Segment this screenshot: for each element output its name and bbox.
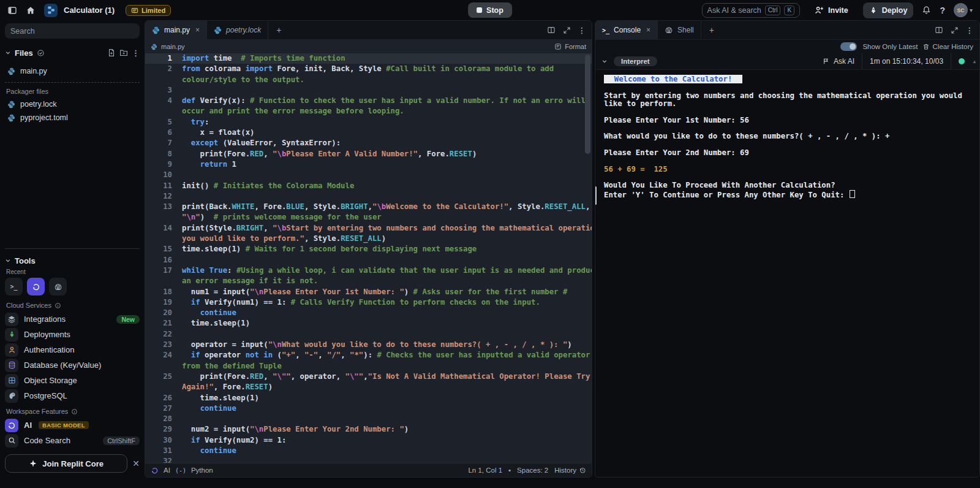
indentation-setting[interactable]: Spaces: 2 <box>517 467 548 474</box>
deploy-button[interactable]: Deploy <box>863 2 914 18</box>
cloud-service-integrations[interactable]: IntegrationsNew <box>5 311 140 327</box>
status-ai-label[interactable]: AI <box>164 467 170 474</box>
show-only-latest-toggle[interactable] <box>840 42 857 51</box>
code-line[interactable]: an error message if it is not. <box>145 276 592 286</box>
cloud-service-postgresql[interactable]: PostgreSQL <box>5 388 140 403</box>
workspace-feature-ai[interactable]: AIBASIC MODEL <box>5 417 140 433</box>
code-line[interactable]: Again!", Fore.RESET) <box>145 382 592 392</box>
code-line[interactable]: 30 if Verify(num2) == 1: <box>145 435 592 446</box>
code-line[interactable]: 11init() # Initiates the Colorama Module <box>145 181 592 191</box>
split-pane-icon[interactable] <box>547 26 556 34</box>
collapse-chevron-down-icon[interactable] <box>601 58 608 64</box>
code-line[interactable]: 28 <box>145 414 592 424</box>
home-icon[interactable] <box>26 6 36 15</box>
cursor-position[interactable]: Ln 1, Col 1 <box>468 467 502 474</box>
code-line[interactable]: 7 except (ValueError, SyntaxError): <box>145 138 592 148</box>
new-console-tab-button[interactable]: + <box>701 21 722 39</box>
files-section-header[interactable]: Files ⋮ <box>5 46 140 59</box>
console-tab-Console[interactable]: >_Console× <box>595 21 658 40</box>
recent-tool-terminal-icon[interactable]: >_ <box>5 278 23 295</box>
sidebar-search-input[interactable]: Search <box>5 23 140 39</box>
code-line[interactable]: 32 <box>145 456 592 463</box>
code-line[interactable]: 13print(Back.WHITE, Fore.BLUE, Style.BRI… <box>145 202 592 212</box>
cloud-service-database-key-value-[interactable]: Database (Key/Value) <box>5 357 140 373</box>
cloud-service-authentication[interactable]: Authentication <box>5 342 140 357</box>
sidebar-toggle-icon[interactable] <box>7 6 17 15</box>
new-editor-tab-button[interactable]: + <box>268 21 289 39</box>
ask-ai-search-input[interactable]: Ask AI & search Ctrl K <box>702 3 800 18</box>
code-line[interactable]: 12 <box>145 191 592 202</box>
code-line[interactable]: 5 try: <box>145 117 592 128</box>
panel-resize-handle[interactable] <box>595 186 597 205</box>
new-file-icon[interactable] <box>107 48 116 57</box>
tools-chevron-down-icon[interactable] <box>5 257 11 264</box>
files-kebab-menu-icon[interactable]: ⋮ <box>132 48 140 58</box>
file-item[interactable]: poetry.lock <box>5 97 140 111</box>
code-line[interactable]: 15time.sleep(1) # Waits for 1 second bef… <box>145 244 592 254</box>
recent-tool-shell-icon[interactable] <box>49 278 67 295</box>
code-line[interactable]: 17while True: #Using a while loop, i can… <box>145 265 592 276</box>
dismiss-join-core-icon[interactable]: ✕ <box>132 459 140 468</box>
editor-tab-main-py[interactable]: main.py× <box>145 21 207 40</box>
join-replit-core-button[interactable]: Join Replit Core <box>5 454 127 473</box>
run-timestamp[interactable]: 1m on 15:10:34, 10/03 <box>862 53 951 69</box>
files-chevron-down-icon[interactable] <box>5 50 11 56</box>
code-line[interactable]: you would like to perform.", Style.RESET… <box>145 234 592 244</box>
editor-scrollbar-thumb[interactable] <box>585 55 590 154</box>
history-button[interactable]: History <box>554 467 586 474</box>
code-line[interactable]: occur and print the error message before… <box>145 106 592 116</box>
replit-logo[interactable] <box>44 4 58 17</box>
code-line[interactable]: 18 num1 = input("\nPlease Enter Your 1st… <box>145 287 592 297</box>
code-line[interactable]: 22 <box>145 329 592 340</box>
code-line[interactable]: 31 continue <box>145 446 592 456</box>
editor-tab-poetry-lock[interactable]: poetry.lock <box>207 21 268 39</box>
split-pane-icon[interactable] <box>935 26 943 34</box>
code-line[interactable]: 9 return 1 <box>145 159 592 170</box>
breadcrumb-filename[interactable]: main.py <box>161 43 185 50</box>
help-icon[interactable]: ? <box>940 6 945 15</box>
interpret-pill[interactable]: Interpret <box>614 56 657 66</box>
code-line[interactable]: 26 time.sleep(1) <box>145 393 592 403</box>
workspace-feature-code-search[interactable]: Code SearchCtrlShiftF <box>5 433 140 448</box>
code-line[interactable]: 19 if Verify(num1) == 1: # Calls Verify … <box>145 297 592 308</box>
code-line[interactable]: colour/style to the output. <box>145 75 592 85</box>
console-kebab-menu-icon[interactable]: ⋮ <box>966 26 974 35</box>
code-line[interactable]: "\n") # prints welcome message for the u… <box>145 212 592 223</box>
code-line[interactable]: 10 <box>145 170 592 180</box>
ask-ai-button[interactable]: Ask AI <box>815 53 862 69</box>
account-chevron-down-icon[interactable]: ▾ <box>970 7 973 13</box>
limited-badge[interactable]: Limited <box>126 5 171 16</box>
code-line[interactable]: 6 x = float(x) <box>145 128 592 138</box>
repl-title[interactable]: Calculator (1) <box>64 6 115 15</box>
maximize-pane-icon[interactable] <box>563 26 571 34</box>
code-line[interactable]: 4def Verify(x): # Function to check the … <box>145 96 592 106</box>
code-line[interactable]: 2from colorama import Fore, init, Back, … <box>145 64 592 74</box>
ai-icon[interactable] <box>151 467 159 475</box>
code-line[interactable]: 14print(Style.BRIGHT, "\bStart by enteri… <box>145 223 592 234</box>
close-tab-icon[interactable]: × <box>646 26 650 34</box>
invite-button[interactable]: Invite <box>809 2 854 18</box>
code-line[interactable]: 23 operator = input("\nWhat would you li… <box>145 340 592 350</box>
stop-button[interactable]: Stop <box>468 2 512 18</box>
code-line[interactable]: 29 num2 = input("\nPlease Enter Your 2nd… <box>145 424 592 435</box>
code-line[interactable]: from the defined Tuple <box>145 361 592 372</box>
console-tab-Shell[interactable]: Shell <box>658 21 701 39</box>
code-editor[interactable]: 1import time # Imports time function2fro… <box>145 53 592 463</box>
tools-section-header[interactable]: Tools <box>5 248 140 267</box>
notifications-bell-icon[interactable] <box>922 6 931 15</box>
avatar[interactable]: SC <box>954 3 968 17</box>
code-line[interactable]: 16 <box>145 255 592 265</box>
scroll-up-arrow-icon[interactable]: ▲ <box>972 59 979 64</box>
format-button[interactable]: Format <box>554 43 586 50</box>
code-line[interactable]: 20 continue <box>145 308 592 318</box>
code-line[interactable]: 24 if operator not in ("+", "-", "/", "*… <box>145 350 592 360</box>
new-folder-icon[interactable] <box>119 48 128 57</box>
console-output[interactable]: Welcome to the Calculator! Start by ente… <box>595 70 979 477</box>
maximize-pane-icon[interactable] <box>951 26 959 34</box>
file-item[interactable]: main.py <box>5 64 140 78</box>
recent-tool-ai-icon[interactable] <box>27 278 45 295</box>
code-line[interactable]: 25 print(Fore.RED, "\"", operator, "\"",… <box>145 372 592 382</box>
code-line[interactable]: 8 print(Fore.RED, "\bPlease Enter A Vali… <box>145 149 592 159</box>
code-line[interactable]: 3 <box>145 85 592 96</box>
editor-kebab-menu-icon[interactable]: ⋮ <box>578 26 586 35</box>
